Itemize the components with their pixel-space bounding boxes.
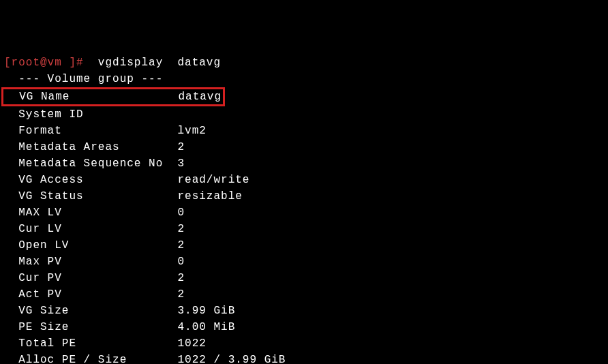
vg-row: Format lvm2 [4, 123, 604, 139]
vg-row: Cur PV 2 [4, 270, 604, 286]
vg-row: VG Status resizable [4, 188, 604, 204]
vg-properties: VG Name datavg System ID Format lvm2 Met… [4, 87, 604, 364]
vg-row: Alloc PE / Size 1022 / 3.99 GiB [4, 352, 604, 364]
vg-row: Act PV 2 [4, 286, 604, 303]
vg-row: Metadata Sequence No 3 [4, 155, 604, 172]
prompt-user: [root@vm ]# [4, 57, 84, 69]
vg-row: Cur LV 2 [4, 221, 604, 237]
highlight-box: VG Name datavg [1, 87, 225, 106]
vg-row: MAX LV 0 [4, 204, 604, 221]
vg-row: Max PV 0 [4, 254, 604, 270]
vg-row: VG Size 3.99 GiB [4, 303, 604, 319]
vg-row: Total PE 1022 [4, 335, 604, 352]
command-text: vgdisplay datavg [84, 57, 221, 69]
prompt-line: [root@vm ]# vgdisplay datavg [4, 55, 604, 71]
vg-row: Open LV 2 [4, 237, 604, 254]
vg-row: VG Name datavg [4, 87, 604, 106]
vg-row: Metadata Areas 2 [4, 139, 604, 155]
terminal-output: [root@vm ]# vgdisplay datavg --- Volume … [4, 55, 604, 364]
vg-row: VG Access read/write [4, 172, 604, 188]
vg-row: PE Size 4.00 MiB [4, 319, 604, 335]
section-header: --- Volume group --- [4, 71, 604, 87]
vg-row: System ID [4, 106, 604, 123]
